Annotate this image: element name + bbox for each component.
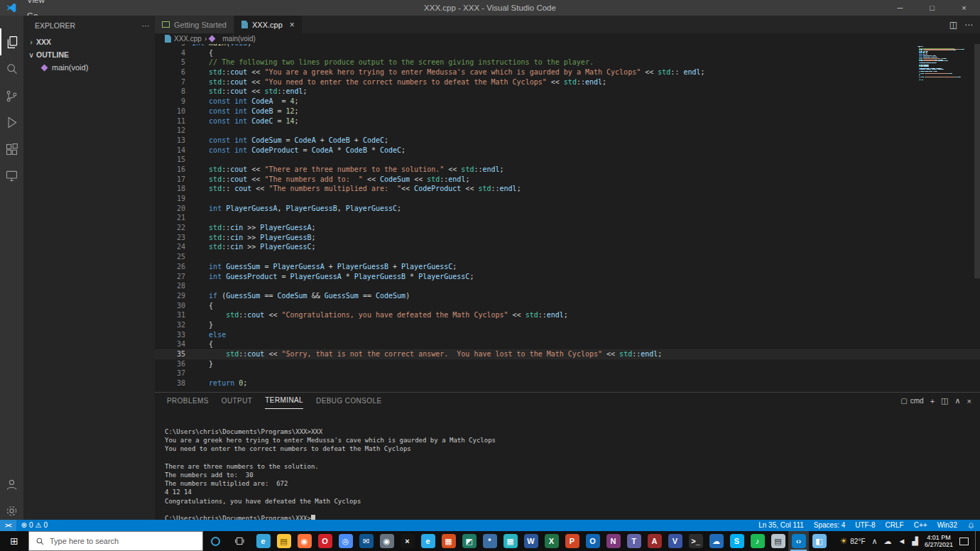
taskbar-vscode-icon[interactable]: ‹›: [788, 531, 809, 551]
taskbar-clock[interactable]: 4:01 PM 6/27/2021: [925, 534, 953, 549]
taskbar-word-icon[interactable]: W: [521, 531, 541, 551]
status-c++[interactable]: C++: [909, 520, 932, 531]
code-line-30[interactable]: 30 {: [155, 301, 980, 311]
code-line-14[interactable]: 14 const int CodeProduct = CodeA * CodeB…: [155, 146, 980, 156]
code-line-28[interactable]: 28: [155, 281, 980, 291]
taskbar-mail-icon[interactable]: ✉: [356, 531, 376, 551]
code-line-6[interactable]: 6 std::cout << "You are a greek hero try…: [155, 67, 980, 77]
taskbar-photos-icon[interactable]: ◩: [459, 531, 479, 551]
status-crlf[interactable]: CRLF: [881, 520, 909, 531]
split-terminal-icon[interactable]: ◫: [941, 396, 948, 405]
code-line-21[interactable]: 21: [155, 213, 980, 223]
code-line-22[interactable]: 22 std::cin >> PlayerGuessA;: [155, 223, 980, 233]
outline-item-main[interactable]: main(void): [23, 61, 155, 74]
split-editor-icon[interactable]: ◫: [949, 20, 957, 30]
status-win32[interactable]: Win32: [932, 520, 962, 531]
run-debug-activity-button[interactable]: [0, 109, 23, 136]
tray-onedrive-icon[interactable]: ☁: [884, 537, 892, 546]
panel-tab-terminal[interactable]: TERMINAL: [265, 393, 303, 409]
account-button[interactable]: [0, 471, 23, 498]
code-line-8[interactable]: 8 std::cout << std::endl;: [155, 87, 980, 97]
close-window-button[interactable]: ×: [948, 0, 980, 16]
code-line-17[interactable]: 17 std::cout << "The numbers add to: " <…: [155, 175, 980, 185]
code-line-33[interactable]: 33 else: [155, 330, 980, 340]
code-line-36[interactable]: 36 }: [155, 359, 980, 369]
code-line-34[interactable]: 34 {: [155, 339, 980, 349]
taskbar-cmd-app-icon[interactable]: >_: [685, 531, 706, 551]
taskbar-outlook-icon[interactable]: O: [582, 531, 603, 551]
code-line-15[interactable]: 15: [155, 155, 980, 165]
code-editor[interactable]: 3int main(void)4 {5 // The following two…: [155, 44, 980, 392]
terminal-output[interactable]: C:\Users\chris\Documents\Programs\XXX>XX…: [155, 409, 980, 535]
taskbar-steam-icon[interactable]: ◉: [376, 531, 397, 551]
code-line-23[interactable]: 23 std::cin >> PlayerGuessB;: [155, 233, 980, 243]
tray-network-icon[interactable]: ▟: [912, 537, 918, 546]
code-line-11[interactable]: 11 const int CodeC = 14;: [155, 116, 980, 126]
taskbar-visio-icon[interactable]: V: [665, 531, 685, 551]
status-utf-8[interactable]: UTF-8: [850, 520, 880, 531]
minimize-button[interactable]: ─: [884, 0, 916, 16]
task-view-button[interactable]: [227, 531, 251, 551]
taskbar-onenote-icon[interactable]: N: [603, 531, 624, 551]
code-line-38[interactable]: 38 return 0;: [155, 378, 980, 388]
breadcrumb-symbol[interactable]: main(void): [222, 35, 256, 43]
code-line-4[interactable]: 4 {: [155, 48, 980, 58]
close-panel-icon[interactable]: ×: [967, 397, 971, 405]
taskbar-spotify-icon[interactable]: ♪: [747, 531, 768, 551]
taskbar-store-icon[interactable]: ▦: [438, 531, 459, 551]
outline-section[interactable]: ∨ OUTLINE: [23, 48, 155, 61]
minimap[interactable]: [918, 46, 971, 80]
taskbar-internet-explorer-icon[interactable]: e: [418, 531, 438, 551]
code-line-25[interactable]: 25: [155, 252, 980, 262]
taskbar-chrome-icon[interactable]: ◎: [335, 531, 356, 551]
status-ln-35-col-111[interactable]: Ln 35, Col 111: [753, 520, 809, 531]
code-line-18[interactable]: 18 std:: cout << "The numbers multiplied…: [155, 184, 980, 194]
taskbar-onedrive-app-icon[interactable]: ☁: [706, 531, 726, 551]
code-line-27[interactable]: 27 int GuessProduct = PlayerGuessA * Pla…: [155, 272, 980, 282]
source-control-activity-button[interactable]: [0, 82, 23, 109]
code-line-31[interactable]: 31 std::cout << "Congratulations, you ha…: [155, 310, 980, 320]
tray-hidden-icons-icon[interactable]: ∧: [872, 537, 878, 546]
weather-widget[interactable]: ☀ 82°F: [840, 536, 866, 546]
editor-more-actions-icon[interactable]: ⋯: [964, 20, 973, 30]
menu-view[interactable]: View: [21, 0, 66, 8]
taskbar-powerpoint-icon[interactable]: P: [562, 531, 582, 551]
start-button[interactable]: ⊞: [0, 531, 28, 551]
tab-getting-started[interactable]: Getting Started: [155, 16, 234, 33]
taskbar-paint-icon[interactable]: ◧: [809, 531, 829, 551]
taskbar-opera-icon[interactable]: O: [315, 531, 335, 551]
taskbar-skype-icon[interactable]: S: [726, 531, 747, 551]
taskbar-firefox-icon[interactable]: ◉: [294, 531, 315, 551]
explorer-activity-button[interactable]: [0, 28, 23, 55]
cortana-button[interactable]: [203, 531, 227, 551]
taskbar-edge-icon[interactable]: e: [253, 531, 273, 551]
code-line-12[interactable]: 12: [155, 126, 980, 136]
tab-xxx-cpp[interactable]: XXX.cpp ×: [234, 16, 303, 33]
code-line-35[interactable]: 35 std::cout << "Sorry, that is not the …: [155, 349, 980, 359]
code-line-19[interactable]: 19: [155, 194, 980, 204]
panel-tab-problems[interactable]: PROBLEMS: [167, 393, 209, 409]
maximize-panel-icon[interactable]: ∧: [955, 396, 961, 405]
code-line-32[interactable]: 32 }: [155, 320, 980, 330]
remote-explorer-activity-button[interactable]: [0, 162, 23, 189]
remote-indicator[interactable]: ><: [0, 520, 16, 531]
code-line-24[interactable]: 24 std::cin >> PlayerGuessC;: [155, 242, 980, 252]
notifications-bell-button[interactable]: [962, 522, 980, 530]
breadcrumb-file[interactable]: XXX.cpp: [174, 35, 202, 43]
maximize-button[interactable]: □: [916, 0, 948, 16]
code-line-20[interactable]: 20 int PlayerGuessA, PlayerGuessB, Playe…: [155, 204, 980, 214]
taskbar-settings-app-icon[interactable]: *: [479, 531, 500, 551]
terminal-shell-selector[interactable]: ▢ cmd: [900, 397, 923, 405]
taskbar-calculator-icon[interactable]: ▦: [500, 531, 521, 551]
taskbar-search-input[interactable]: Type here to search: [28, 531, 203, 551]
search-activity-button[interactable]: [0, 55, 23, 82]
code-line-13[interactable]: 13 const int CodeSum = CodeA + CodeB + C…: [155, 136, 980, 146]
code-line-16[interactable]: 16 std::cout << "There are three numbers…: [155, 165, 980, 175]
code-line-29[interactable]: 29 if (GuessSum == CodeSum && GuessSum =…: [155, 291, 980, 301]
taskbar-x-app-icon[interactable]: ×: [397, 531, 418, 551]
sidebar-more-actions-icon[interactable]: ⋯: [142, 21, 150, 30]
extensions-activity-button[interactable]: [0, 136, 23, 163]
code-line-26[interactable]: 26 int GuessSum = PlayerGuessA + PlayerG…: [155, 262, 980, 272]
code-line-37[interactable]: 37: [155, 369, 980, 378]
editor-scrollbar[interactable]: [974, 44, 980, 278]
